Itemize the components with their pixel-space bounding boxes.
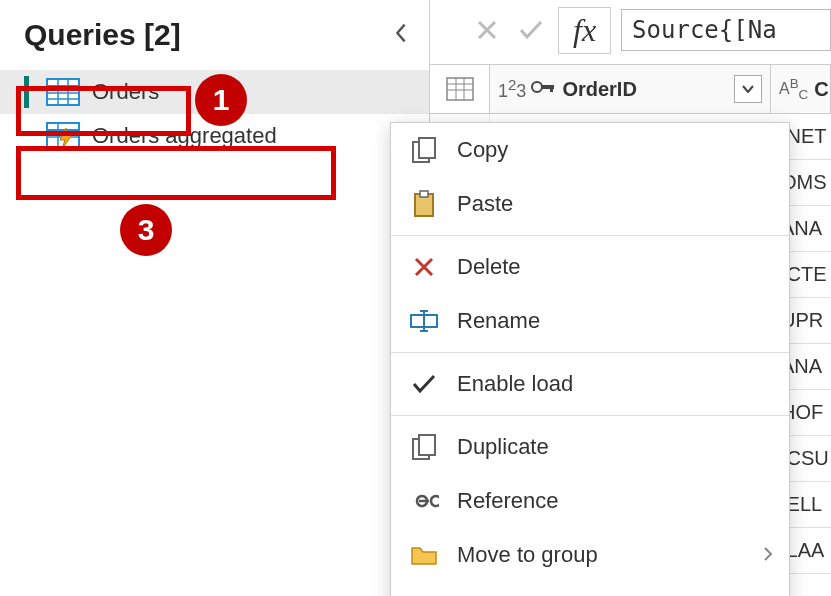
fx-button[interactable]: fx: [558, 7, 611, 54]
menu-reference[interactable]: Reference: [391, 474, 789, 528]
column-name: C: [814, 78, 828, 101]
submenu-chevron-icon: [763, 542, 773, 568]
svg-rect-0: [47, 79, 79, 105]
menu-label: Delete: [457, 254, 521, 280]
formula-input[interactable]: [621, 9, 831, 51]
column-headers: 123 OrderID ABC C: [430, 64, 831, 114]
cancel-icon[interactable]: [470, 13, 504, 47]
menu-separator: [391, 235, 789, 236]
copy-icon: [407, 135, 441, 165]
query-item-orders-aggregated[interactable]: Orders aggregated: [0, 114, 429, 158]
menu-label: Duplicate: [457, 434, 549, 460]
menu-move-to-group[interactable]: Move to group: [391, 528, 789, 582]
menu-label: Copy: [457, 137, 508, 163]
table-corner-icon[interactable]: [430, 65, 490, 113]
menu-label: Paste: [457, 191, 513, 217]
menu-paste[interactable]: Paste: [391, 177, 789, 231]
key-icon: [530, 77, 556, 102]
svg-point-15: [532, 82, 542, 92]
column-filter-dropdown[interactable]: [734, 75, 762, 103]
menu-separator: [391, 352, 789, 353]
menu-enable-load[interactable]: Enable load: [391, 357, 789, 411]
folder-icon: [407, 540, 441, 570]
svg-rect-19: [419, 138, 435, 158]
menu-delete[interactable]: Delete: [391, 240, 789, 294]
query-item-orders[interactable]: Orders: [0, 70, 429, 114]
menu-move-up[interactable]: Move up: [391, 582, 789, 596]
rename-icon: [407, 306, 441, 336]
number-type-icon: 123: [498, 76, 526, 102]
menu-duplicate[interactable]: Duplicate: [391, 420, 789, 474]
collapse-chevron-icon[interactable]: [395, 23, 409, 47]
formula-bar: fx: [430, 0, 831, 60]
reference-icon: [407, 486, 441, 516]
menu-copy[interactable]: Copy: [391, 123, 789, 177]
svg-rect-10: [447, 78, 473, 100]
paste-icon: [407, 189, 441, 219]
menu-separator: [391, 415, 789, 416]
commit-icon[interactable]: [514, 13, 548, 47]
table-lightning-icon: [44, 122, 82, 150]
menu-rename[interactable]: Rename: [391, 294, 789, 348]
svg-rect-17: [550, 85, 553, 92]
svg-rect-21: [420, 191, 428, 197]
menu-label: Move to group: [457, 542, 598, 568]
queries-header: Queries [2]: [0, 0, 429, 70]
query-label: Orders aggregated: [92, 123, 277, 149]
column-name: OrderID: [562, 78, 636, 101]
check-icon: [407, 369, 441, 399]
duplicate-icon: [407, 432, 441, 462]
menu-label: Enable load: [457, 371, 573, 397]
query-label: Orders: [92, 79, 159, 105]
queries-panel: Queries [2] Orders: [0, 0, 430, 596]
svg-rect-27: [419, 435, 435, 455]
queries-title: Queries [2]: [24, 18, 181, 52]
delete-icon: [407, 252, 441, 282]
menu-label: Rename: [457, 308, 540, 334]
column-header-orderid[interactable]: 123 OrderID: [490, 65, 771, 113]
menu-label: Reference: [457, 488, 559, 514]
table-icon: [44, 78, 82, 106]
column-header-c[interactable]: ABC C: [771, 65, 831, 113]
context-menu: Copy Paste Delete Rename Enable load Dup…: [390, 122, 790, 596]
text-type-icon: ABC: [779, 76, 808, 102]
